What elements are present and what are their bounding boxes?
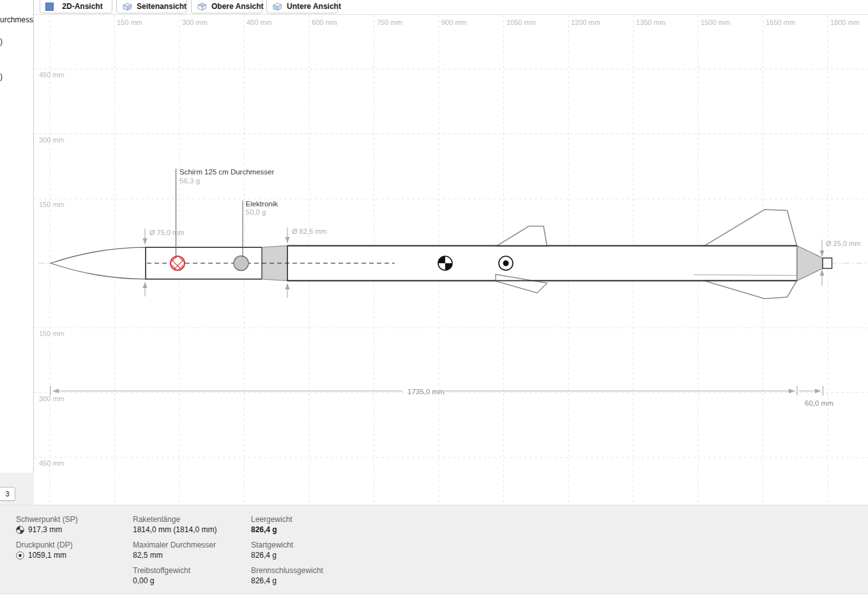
- length-value: 1814,0 mm (1814,0 mm): [133, 525, 217, 534]
- svg-text:450 mm: 450 mm: [247, 19, 272, 26]
- cp-value-row: 1059,1 mm: [16, 551, 66, 560]
- cp-value: 1059,1 mm: [28, 551, 66, 560]
- tab-obere-ansicht[interactable]: Obere Ansicht: [191, 0, 263, 13]
- tab-label: 2D-Ansicht: [58, 2, 107, 11]
- svg-text:1200 mm: 1200 mm: [571, 19, 600, 26]
- cg-label: Schwerpunkt (SP): [16, 515, 78, 524]
- cube-icon: [197, 2, 207, 12]
- svg-text:Schirm 125 cm Durchmesser: Schirm 125 cm Durchmesser: [179, 168, 274, 176]
- diameter-label-fore: Ø 75,0 mm: [149, 229, 184, 236]
- svg-text:1800 mm: 1800 mm: [830, 19, 860, 26]
- tab-2d-ansicht[interactable]: 2D-Ansicht: [40, 0, 112, 13]
- svg-text:1050 mm: 1050 mm: [506, 19, 536, 26]
- propellant-value: 0,00 g: [133, 576, 154, 585]
- cube-icon: [272, 2, 282, 12]
- cg-icon: [16, 526, 24, 534]
- cp-marker: [499, 256, 513, 270]
- liftoff-weight-value: 826,4 g: [251, 551, 277, 560]
- svg-text:600 mm: 600 mm: [312, 19, 337, 26]
- svg-text:300 mm: 300 mm: [182, 19, 208, 26]
- nose-cone[interactable]: [50, 247, 146, 279]
- cp-label: Druckpunkt (DP): [16, 540, 73, 549]
- cg-value-row: 917,3 mm: [16, 525, 62, 534]
- clipped-text: ): [0, 72, 3, 81]
- ruler-top: 150 mm 300 mm 450 mm 600 mm 750 mm 900 m…: [117, 19, 860, 26]
- boat-tail[interactable]: [797, 246, 823, 281]
- svg-text:56,3 g: 56,3 g: [179, 177, 200, 185]
- clipped-text: urchmess: [0, 15, 33, 24]
- burnout-weight-label: Brennschlussgewicht: [251, 566, 323, 575]
- tab-seitenansicht[interactable]: Seitenansicht: [116, 0, 187, 13]
- body-length-dimension: 1735,0 mm: [407, 388, 445, 395]
- svg-text:900 mm: 900 mm: [441, 19, 467, 26]
- scale-button[interactable]: 3: [0, 487, 15, 501]
- status-panel: Schwerpunkt (SP) 917,3 mm Druckpunkt (DP…: [0, 505, 868, 594]
- svg-text:50,0 g: 50,0 g: [246, 208, 266, 216]
- cp-icon: [16, 551, 24, 560]
- propellant-label: Treibstoffgewicht: [133, 566, 190, 575]
- tab-untere-ansicht[interactable]: Untere Ansicht: [266, 0, 338, 13]
- svg-text:150 mm: 150 mm: [39, 330, 65, 337]
- tab-label: Seitenansicht: [137, 2, 187, 11]
- diameter-label-aft: Ø 25,0 mm: [826, 240, 860, 247]
- svg-text:150 mm: 150 mm: [39, 201, 65, 208]
- svg-text:Elektronik: Elektronik: [246, 200, 278, 208]
- view-tabbar: 2D-Ansicht Seitenansicht Obere Ansicht U…: [34, 0, 868, 14]
- svg-text:1650 mm: 1650 mm: [766, 19, 795, 26]
- tail-length-dimension: 60,0 mm: [805, 399, 834, 407]
- burnout-weight-value: 826,4 g: [251, 576, 277, 585]
- diameter-value: 82,5 mm: [133, 551, 163, 560]
- ruler-left: 450 mm 300 mm 150 mm 150 mm 300 mm 450 m…: [39, 71, 65, 467]
- rocket-design-canvas[interactable]: 150 mm 300 mm 450 mm 600 mm 750 mm 900 m…: [34, 14, 868, 505]
- rear-fin-top[interactable]: [704, 210, 797, 246]
- cg-marker: [438, 256, 452, 270]
- mass-column: Leergewicht 826,4 g Startgewicht 826,4 g…: [251, 505, 385, 594]
- svg-text:150 mm: 150 mm: [117, 19, 142, 26]
- rocket-2d-view: 150 mm 300 mm 450 mm 600 mm 750 mm 900 m…: [34, 15, 868, 505]
- tail-end-square[interactable]: [823, 258, 832, 268]
- length-label: Raketenlänge: [133, 515, 180, 524]
- diameter-label: Maximaler Durchmesser: [133, 540, 216, 549]
- cg-value: 917,3 mm: [28, 525, 62, 534]
- clipped-text: ): [0, 37, 3, 46]
- svg-text:1350 mm: 1350 mm: [636, 19, 666, 26]
- svg-text:300 mm: 300 mm: [39, 136, 65, 144]
- blue-square-icon: [45, 3, 54, 11]
- tab-label: Untere Ansicht: [287, 2, 341, 11]
- svg-text:450 mm: 450 mm: [39, 459, 65, 467]
- svg-text:300 mm: 300 mm: [39, 395, 65, 402]
- electronics-marker[interactable]: [234, 256, 248, 271]
- liftoff-weight-label: Startgewicht: [251, 540, 293, 549]
- stability-column: Schwerpunkt (SP) 917,3 mm Druckpunkt (DP…: [16, 505, 128, 594]
- svg-text:1500 mm: 1500 mm: [701, 19, 730, 26]
- diameter-label-max: Ø 82,5 mm: [292, 227, 326, 235]
- tab-label: Obere Ansicht: [211, 2, 264, 11]
- bottom-divider: [0, 594, 868, 598]
- svg-text:450 mm: 450 mm: [39, 71, 65, 79]
- cube-icon: [122, 2, 132, 12]
- empty-weight-label: Leergewicht: [251, 515, 293, 524]
- rear-fin-bottom[interactable]: [704, 280, 797, 298]
- svg-text:750 mm: 750 mm: [377, 19, 402, 26]
- empty-weight-value: 826,4 g: [251, 525, 277, 534]
- geometry-column: Raketenlänge 1814,0 mm (1814,0 mm) Maxim…: [133, 505, 248, 594]
- left-config-panel: urchmess ) ): [0, 0, 34, 473]
